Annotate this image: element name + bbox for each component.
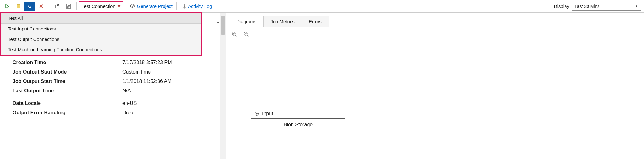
open-external-button[interactable] [52,2,62,11]
activity-log-group: Activity Log [179,3,213,9]
tab-job-metrics[interactable]: Job Metrics [263,16,302,27]
menu-item-test-ml[interactable]: Test Machine Learning Function Connectio… [1,44,201,55]
test-connection-menu: Test All Test Input Connections Test Out… [1,13,201,55]
property-row: Job Output Start Mode CustomTime [13,69,213,75]
chevron-down-icon [117,5,121,8]
display-label: Display [554,3,569,9]
property-row: Job Output Start Time 1/1/2018 11:52:36 … [13,79,213,84]
property-label: Job Output Start Time [13,79,122,84]
zoom-toolbar [232,31,638,37]
menu-item-test-input[interactable]: Test Input Connections [1,24,201,34]
tab-errors[interactable]: Errors [302,16,329,27]
diagram-node-input[interactable]: Input Blob Storage [251,109,345,131]
property-label: Output Error Handling [13,110,122,116]
stop-button[interactable] [13,2,24,11]
refresh-button[interactable] [24,2,35,11]
property-value: 1/1/2018 11:52:36 AM [122,79,213,84]
menu-item-test-output[interactable]: Test Output Connections [1,34,201,44]
display-range-value: Last 30 Mins [575,4,599,9]
scrollbar[interactable] [220,13,226,159]
svg-marker-22 [256,113,258,115]
generate-project-link[interactable]: Generate Project [137,3,173,9]
zoom-in-icon[interactable] [232,31,237,37]
svg-line-19 [247,35,249,36]
collapse-left-icon[interactable]: ◂ [217,19,219,25]
start-button[interactable] [2,2,13,11]
property-label: Data Locale [13,101,122,106]
property-value: N/A [122,88,213,94]
test-connection-label: Test Connection [82,3,115,9]
property-label: Last Output Time [13,88,122,94]
property-label: Job Output Start Mode [13,69,122,75]
svg-marker-0 [6,4,9,8]
diagram-canvas: Input Blob Storage [226,27,644,159]
svg-line-15 [235,35,237,36]
property-value: en-US [122,101,213,106]
zoom-out-icon[interactable] [244,31,249,37]
link-button[interactable] [63,2,74,11]
node-title: Input [262,111,273,117]
svg-rect-1 [17,4,20,8]
node-body: Blob Storage [251,119,345,131]
separator [126,2,126,10]
display-range-select[interactable]: Last 30 Mins ▼ [572,2,641,11]
activity-log-link[interactable]: Activity Log [188,3,212,9]
menu-item-test-all[interactable]: Test All [1,13,201,23]
cloud-download-icon [130,3,135,9]
property-row: Last Output Time N/A [13,88,213,94]
property-label: Creation Time [13,60,122,65]
generate-project-group: Generate Project [128,3,174,9]
property-row: Data Locale en-US [13,101,213,106]
svg-line-8 [68,6,68,6]
toolbar: Test Connection Generate Project Activit… [0,0,644,13]
separator [49,2,49,10]
separator [76,2,77,10]
svg-point-13 [184,7,185,8]
test-connection-dropdown[interactable]: Test Connection [79,2,123,11]
property-value: Drop [122,110,213,116]
scrollbar-thumb[interactable] [221,16,225,35]
right-panel: Diagrams Job Metrics Errors Input Blob S… [226,13,644,159]
input-node-icon [255,112,259,116]
tab-bar: Diagrams Job Metrics Errors [226,13,644,27]
activity-log-icon [180,3,186,9]
property-value: CustomTime [122,69,213,75]
display-group: Display Last 30 Mins ▼ [554,2,642,11]
chevron-down-icon: ▼ [635,4,638,8]
node-header: Input [251,109,345,119]
property-row: Creation Time 7/17/2018 3:57:23 PM [13,60,213,65]
delete-button[interactable] [36,2,46,11]
property-value: 7/17/2018 3:57:23 PM [122,60,213,65]
property-row: Output Error Handling Drop [13,110,213,116]
tab-diagrams[interactable]: Diagrams [229,16,264,27]
separator [176,2,177,10]
svg-marker-9 [117,5,121,7]
